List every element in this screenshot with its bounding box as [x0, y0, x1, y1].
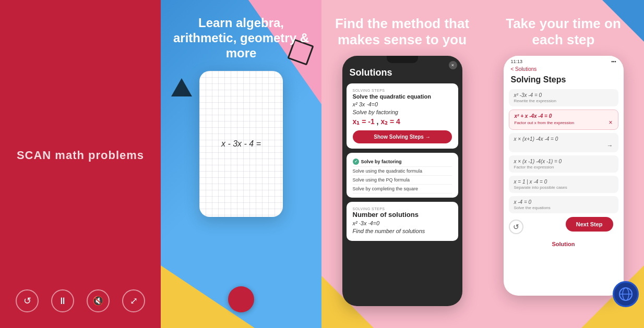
step-card-2-highlight: x² + x -4x -4 = 0 Factor out x from the …	[509, 110, 618, 130]
phone-mockup-2: x - 3x - 4 =	[199, 71, 283, 217]
num-sol-eq: x² ·3x ·4=0	[353, 220, 452, 226]
method-quadratic[interactable]: Solve using the quadratic formula	[353, 167, 452, 176]
step-eq-4: x × (x -1) -4(x -1) = 0	[514, 159, 613, 164]
status-bar: 11:13 ▪▪▪	[504, 56, 624, 65]
record-button[interactable]	[228, 286, 254, 312]
undo-button[interactable]: ↺	[509, 220, 523, 234]
solution-label: Solution	[504, 239, 624, 249]
arrow-icon[interactable]: →	[607, 142, 613, 149]
globe-icon	[613, 281, 639, 307]
expand-icon[interactable]: ⤢	[122, 289, 145, 312]
next-step-button[interactable]: Next Step	[566, 217, 613, 232]
close-icon[interactable]: ×	[449, 61, 457, 69]
solving-steps-label: SOLVING STEPS	[353, 89, 452, 92]
pause-icon[interactable]: ⏸	[51, 289, 74, 312]
panel-1-center: SCAN math problems	[17, 21, 144, 289]
solutions-header: Solutions	[342, 63, 462, 81]
method-factoring[interactable]: ✓ Solve by factoring	[353, 157, 452, 167]
step-desc-5: Separate into possible cases	[514, 185, 613, 190]
step-card-3: x × (x+1) -4x -4 = 0 →	[509, 133, 618, 152]
equation-text: x² 3x ·4=0	[353, 101, 452, 107]
formula-display: x - 3x - 4 =	[221, 139, 261, 149]
step-eq-1: x² -3x -4 = 0	[514, 92, 613, 98]
panel-solutions: Find the method that makes sense to you …	[321, 0, 483, 328]
step-desc-1: Rewrite the expression	[514, 99, 613, 103]
show-steps-button[interactable]: Show Solving Steps →	[353, 130, 452, 143]
panel-3-title: Find the method that makes sense to you	[321, 0, 483, 53]
method-factoring-label: Solve by factoring	[361, 159, 402, 164]
solving-steps-title: Solving Steps	[511, 75, 616, 84]
answer-display: x₁ = -1 , x₂ = 4	[353, 117, 452, 126]
check-icon: ✓	[353, 159, 359, 165]
method-pq[interactable]: Solve using the PQ formula	[353, 176, 452, 185]
step-eq-6: x -4 = 0	[514, 199, 613, 205]
phone-notch	[387, 56, 418, 63]
methods-card: ✓ Solve by factoring Solve using the qua…	[347, 153, 458, 198]
step-desc-2: Factor out x from the expression	[515, 120, 575, 125]
solution-card-1: SOLVING STEPS Solve the quadratic equati…	[347, 83, 458, 149]
number-solutions-card: SOLVING STEPS Number of solutions x² ·3x…	[347, 202, 458, 241]
phone-mockup-3: × Solutions SOLVING STEPS Solve the quad…	[342, 56, 462, 306]
grid-background: x - 3x - 4 =	[199, 71, 283, 217]
step-desc-6: Solve the equations	[514, 205, 613, 210]
mute-icon[interactable]: 🔇	[87, 289, 110, 312]
refresh-icon[interactable]: ↺	[16, 289, 39, 312]
step-card-5: x = 1 | x -4 = 0 Separate into possible …	[509, 176, 618, 193]
step-card-4: x × (x -1) -4(x -1) = 0 Factor the expre…	[509, 155, 618, 173]
step-eq-3: x × (x+1) -4x -4 = 0	[514, 136, 613, 142]
find-solutions-label: Find the number of solutions	[353, 228, 452, 234]
solve-title: Solve the quadratic equation	[353, 93, 452, 100]
triangle-icon	[171, 78, 192, 96]
panel-steps: Take your time on each step 11:13 ▪▪▪ < …	[483, 0, 644, 328]
solving-steps-header: Solving Steps	[504, 74, 624, 88]
step-eq-5: x = 1 | x -4 = 0	[514, 179, 613, 185]
panel-scan: SCAN math problems ↺ ⏸ 🔇 ⤢	[0, 0, 161, 328]
phone-mockup-4: 11:13 ▪▪▪ < Solutions Solving Steps x² -…	[504, 56, 624, 296]
step-card-1: x² -3x -4 = 0 Rewrite the expression	[509, 89, 618, 106]
signal-icons: ▪▪▪	[611, 59, 616, 64]
number-of-solutions-title: Number of solutions	[353, 211, 452, 218]
num-sol-steps-label: SOLVING STEPS	[353, 207, 452, 211]
bottom-icons: ↺ ⏸ 🔇 ⤢	[16, 289, 145, 312]
phone-nav: < Solutions	[504, 65, 624, 74]
method-label: Solve by factoring	[353, 109, 452, 115]
panel-2-title: Learn algebra, arithmetic, geometry & mo…	[161, 0, 321, 66]
step-eq-2: x² + x -4x -4 = 0	[515, 113, 613, 119]
method-completing[interactable]: Solve by completing the square	[353, 185, 452, 193]
step-desc-4: Factor the expression	[514, 165, 613, 169]
solutions-title: Solutions	[350, 67, 455, 78]
panel-4-title: Take your time on each step	[483, 0, 644, 53]
time-display: 11:13	[511, 59, 523, 64]
step-card-6: x -4 = 0 Solve the equations	[509, 196, 618, 213]
scan-text: SCAN math problems	[17, 149, 144, 162]
panel-learn: Learn algebra, arithmetic, geometry & mo…	[161, 0, 321, 328]
back-button[interactable]: < Solutions	[511, 66, 537, 72]
close-step-icon[interactable]: ×	[609, 119, 612, 126]
